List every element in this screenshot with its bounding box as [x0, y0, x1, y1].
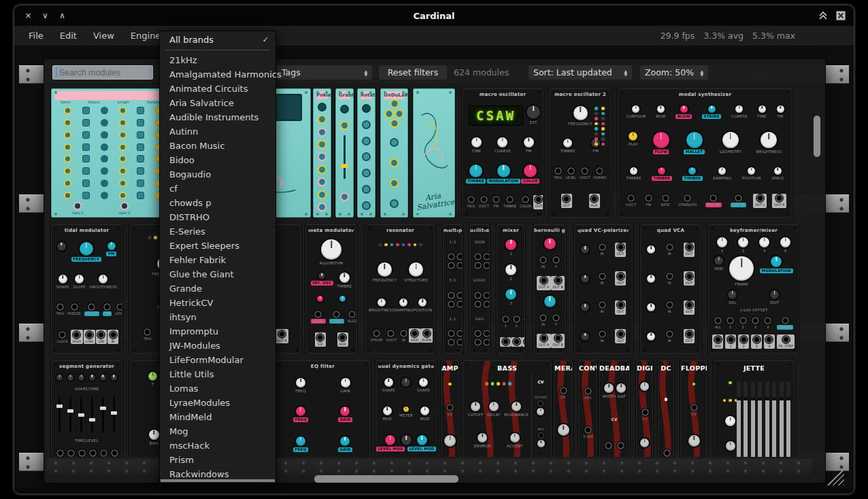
maximize-window-icon[interactable]: ∧ [58, 11, 67, 20]
module-undular[interactable]: UnDuLaR [380, 88, 408, 218]
minimize-window-icon[interactable]: ∨ [41, 11, 50, 20]
module-amp[interactable]: AMPCVIN [441, 360, 459, 457]
knob [686, 132, 703, 148]
brand-menu-item[interactable]: Glue the Giant [160, 267, 276, 281]
title-bar: × ∨ ∧ Cardinal [14, 5, 854, 26]
module-keyframer-mixer[interactable]: keyframer/mixer1234ADDFRAMEMODULATIONDEL… [708, 224, 799, 354]
jack-label: OUT [686, 252, 693, 256]
brand-menu-item[interactable]: Little Utils [160, 367, 276, 381]
menu-item-engine[interactable]: Engine [128, 29, 164, 42]
brand-list: 21kHzAmalgamated HarmonicsAnimated Circu… [160, 53, 276, 481]
brand-menu-item[interactable]: Audible Instruments [160, 110, 276, 124]
knob [616, 383, 626, 393]
brand-menu-item[interactable]: Bidoo [160, 153, 276, 167]
brand-menu-item[interactable]: Expert Sleepers [160, 239, 276, 253]
module-segment-generator[interactable]: segment generatorSHAPE/TIMETIME/LEVELGAT… [51, 360, 122, 457]
jack [599, 330, 606, 338]
brand-menu-item[interactable]: Grande [160, 281, 276, 296]
module-untitled[interactable]: Aria Salvatrice [413, 88, 455, 218]
brand-menu-item[interactable]: Lomas [160, 381, 276, 396]
jack-grid [473, 292, 486, 308]
module-macro-oscillator-2[interactable]: macro oscillator 2FREQUENCYTIMBREFMTRIGL… [549, 88, 612, 218]
knob-label: SPACE [771, 176, 784, 180]
brand-menu-item[interactable]: Aria Salvatrice [160, 96, 276, 110]
knob-label: TIMBRE [561, 149, 575, 153]
module-grabby[interactable]: Grabby [335, 88, 354, 218]
brand-menu-item[interactable]: Animated Circuits [160, 82, 276, 96]
brand-menu-item[interactable]: Impromptu [160, 324, 276, 339]
knob [728, 290, 737, 299]
jack-group: ALL [712, 316, 723, 330]
module-jette[interactable]: JETTEIN/OCT [714, 360, 795, 457]
module-deadband[interactable]: DEADBANDWIDTHGAPCV [599, 360, 630, 457]
brand-menu-item-all-brands[interactable]: All brands ✓ [160, 31, 276, 48]
jack [538, 432, 544, 438]
menu-item-edit[interactable]: Edit [57, 29, 80, 42]
chevron-double-up-icon[interactable] [818, 12, 828, 20]
jack-row [500, 337, 522, 347]
vertical-scrollbar-thumb[interactable] [814, 116, 820, 157]
brand-menu-item[interactable]: chowds p [160, 196, 276, 210]
brand-menu-item[interactable]: DISTRHO [160, 210, 276, 224]
module-tidal-modulator[interactable]: tidal modulatorFREQUENCYFMSHAPESLOPESMOO… [51, 224, 122, 354]
led [414, 243, 417, 247]
horizontal-scrollbar-thumb[interactable] [314, 475, 458, 483]
brand-menu-item[interactable]: Amalgamated Harmonics [160, 67, 276, 82]
module-dual-dynamics-gate[interactable]: dual dynamics gateSHAPESHAPEMODMETERMODL… [375, 360, 437, 457]
module-utilities[interactable]: utilitiesSIGNLOGICS&H [469, 224, 490, 354]
module-bernoulli-gate[interactable]: bernoulli gateINPOUT AOUT BINPOUT AOUT B [533, 224, 566, 354]
jack [775, 194, 783, 202]
brand-menu-item[interactable]: MindMeld [160, 410, 276, 424]
brand-menu-item[interactable]: Bogaudio [160, 167, 276, 182]
module-modal-synthesizer[interactable]: modal synthesizerCONTOURBOWBLOWSTRIKECOA… [618, 88, 792, 218]
knob-label: BOW [656, 114, 665, 118]
brand-menu-item[interactable]: Mog [160, 424, 276, 438]
brand-menu-item[interactable]: HetrickCV [160, 296, 276, 310]
brand-menu-item[interactable]: E-Series [160, 224, 276, 239]
brand-menu-item[interactable]: JW-Modules [160, 339, 276, 353]
brand-menu-item[interactable]: LyraeModules [160, 396, 276, 410]
menu-item-file[interactable]: File [26, 29, 46, 42]
jack [714, 336, 722, 343]
module-digi[interactable]: DIGICVANALOG [636, 360, 653, 457]
close-window-icon[interactable]: × [24, 11, 33, 20]
module-dc[interactable]: DCIN [658, 360, 674, 457]
module-eq-filter[interactable]: EQ filterFREQGAINFREQGAINFREQGAINHPBPLP [275, 360, 371, 457]
module-mixer[interactable]: mixer123123 [497, 224, 525, 354]
module-macro-oscillator[interactable]: macro oscillatorCSAWEXTFINECOARSEFMTIMBR… [462, 88, 544, 218]
brand-menu-item[interactable]: Fehler Fabrik [160, 253, 276, 267]
module-conv[interactable]: CONV+5V0-10V [578, 360, 597, 457]
module-flopper[interactable]: FLOPPERCVININ [680, 360, 707, 457]
knob-label: FM [593, 149, 599, 153]
brand-menu-item[interactable]: 21kHz [160, 53, 276, 67]
knob [362, 185, 371, 194]
brand-menu-item[interactable]: cf [160, 182, 276, 196]
jack-label: EXT IN [705, 203, 721, 207]
module-rotatoes[interactable]: Rotatoes [357, 88, 375, 218]
module-meta-modulator[interactable]: meta modulatorALGORITHMINT. OSCTIMBRELEV… [305, 224, 357, 354]
menu-scroll-indicator[interactable] [161, 479, 275, 482]
panel-label: 1:3 [446, 240, 459, 244]
brand-menu-item[interactable]: ihtsyn [160, 310, 276, 324]
led [601, 107, 605, 110]
module-quad-vca[interactable]: quad VCAINOUTINOUTINOUTINOUT [640, 224, 701, 354]
module-bass[interactable]: BASSCUTOFFDECAYRESONANCEENVMODACCENTACCE… [463, 360, 552, 457]
jack [56, 303, 64, 311]
brand-menu-item[interactable]: Autinn [160, 124, 276, 139]
module-resonator[interactable]: resonatorFREQUENCYSTRUCTUREBRIGHTNESSDAM… [365, 224, 435, 354]
jack-group: IN [661, 449, 672, 457]
brand-menu-item[interactable]: Prism [160, 453, 276, 467]
brand-menu-item[interactable]: mscHack [160, 438, 276, 453]
knob [640, 382, 649, 391]
module-quad-vc-polarizer[interactable]: quad VC-polarizerINOUTINOUTINOUTINOUT [574, 224, 633, 354]
knob [390, 179, 399, 188]
menu-item-view[interactable]: View [90, 29, 117, 42]
jack-label: TRIG [144, 337, 152, 341]
brand-menu-item[interactable]: LifeFormModular [160, 353, 276, 367]
brand-menu-item[interactable]: Bacon Music [160, 139, 276, 153]
module-mera[interactable]: MERACVPRE [554, 360, 573, 457]
module-pokies[interactable]: Pokies [313, 88, 331, 218]
module-multiples[interactable]: multiples1:33:11:1 [443, 224, 463, 354]
knob-group: ADD [714, 256, 723, 271]
jack-label: FRAME [777, 325, 794, 330]
